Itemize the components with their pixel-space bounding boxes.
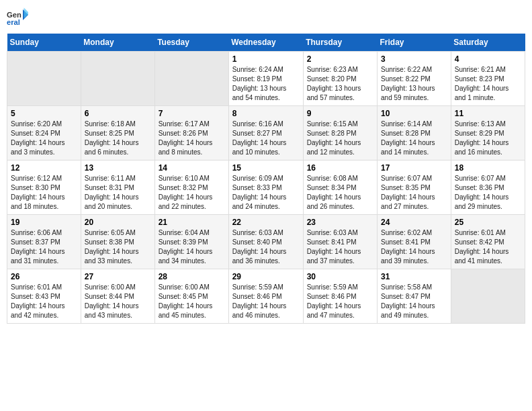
- calendar-cell: [154, 52, 228, 106]
- cell-content: Sunrise: 5:59 AMSunset: 8:46 PMDaylight:…: [307, 283, 373, 320]
- calendar-cell: 12Sunrise: 6:12 AMSunset: 8:30 PMDayligh…: [7, 161, 81, 215]
- day-number: 7: [159, 109, 225, 118]
- calendar-week-5: 26Sunrise: 6:01 AMSunset: 8:43 PMDayligh…: [7, 269, 525, 324]
- col-header-thursday: Thursday: [303, 34, 377, 52]
- day-number: 15: [232, 163, 300, 173]
- day-number: 6: [85, 109, 151, 118]
- calendar-week-3: 12Sunrise: 6:12 AMSunset: 8:30 PMDayligh…: [7, 161, 525, 215]
- calendar-cell: 3Sunrise: 6:22 AMSunset: 8:22 PMDaylight…: [378, 52, 451, 106]
- cell-content: Sunrise: 6:11 AMSunset: 8:31 PMDaylight:…: [85, 174, 151, 212]
- page-header: Gen eral: [7, 7, 525, 28]
- calendar-cell: 25Sunrise: 6:01 AMSunset: 8:42 PMDayligh…: [451, 215, 525, 269]
- day-number: 23: [307, 218, 373, 227]
- calendar-cell: 11Sunrise: 6:13 AMSunset: 8:29 PMDayligh…: [451, 106, 525, 161]
- cell-content: Sunrise: 6:15 AMSunset: 8:28 PMDaylight:…: [307, 120, 373, 157]
- logo: Gen eral: [7, 7, 31, 28]
- day-number: 30: [307, 272, 373, 281]
- col-header-sunday: Sunday: [7, 34, 81, 52]
- day-number: 8: [232, 109, 300, 118]
- cell-content: Sunrise: 6:08 AMSunset: 8:34 PMDaylight:…: [307, 174, 373, 212]
- col-header-wednesday: Wednesday: [228, 34, 303, 52]
- calendar-week-1: 1Sunrise: 6:24 AMSunset: 8:19 PMDaylight…: [7, 52, 525, 106]
- day-number: 27: [85, 272, 151, 281]
- cell-content: Sunrise: 6:20 AMSunset: 8:24 PMDaylight:…: [11, 120, 77, 157]
- cell-content: Sunrise: 6:14 AMSunset: 8:28 PMDaylight:…: [381, 120, 447, 157]
- calendar-cell: 28Sunrise: 6:00 AMSunset: 8:45 PMDayligh…: [154, 269, 228, 324]
- cell-content: Sunrise: 5:58 AMSunset: 8:47 PMDaylight:…: [381, 283, 447, 320]
- cell-content: Sunrise: 6:24 AMSunset: 8:19 PMDaylight:…: [232, 65, 300, 103]
- cell-content: Sunrise: 6:02 AMSunset: 8:41 PMDaylight:…: [381, 228, 447, 266]
- day-number: 11: [455, 109, 521, 118]
- day-number: 22: [232, 218, 300, 227]
- logo-icon: Gen eral: [7, 7, 28, 28]
- day-number: 2: [307, 54, 373, 64]
- cell-content: Sunrise: 6:03 AMSunset: 8:40 PMDaylight:…: [232, 228, 300, 266]
- cell-content: Sunrise: 6:01 AMSunset: 8:42 PMDaylight:…: [455, 228, 521, 266]
- day-number: 1: [232, 54, 300, 64]
- calendar-week-2: 5Sunrise: 6:20 AMSunset: 8:24 PMDaylight…: [7, 106, 525, 161]
- cell-content: Sunrise: 6:09 AMSunset: 8:33 PMDaylight:…: [232, 174, 300, 212]
- calendar-cell: [81, 52, 154, 106]
- day-number: 18: [455, 163, 521, 173]
- cell-content: Sunrise: 6:07 AMSunset: 8:36 PMDaylight:…: [455, 174, 521, 212]
- day-number: 5: [11, 109, 77, 118]
- cell-content: Sunrise: 6:23 AMSunset: 8:20 PMDaylight:…: [307, 65, 373, 103]
- cell-content: Sunrise: 6:01 AMSunset: 8:43 PMDaylight:…: [11, 283, 77, 320]
- day-number: 14: [159, 163, 225, 173]
- day-number: 9: [307, 109, 373, 118]
- cell-content: Sunrise: 6:18 AMSunset: 8:25 PMDaylight:…: [85, 120, 151, 157]
- col-header-tuesday: Tuesday: [154, 34, 228, 52]
- calendar-cell: 10Sunrise: 6:14 AMSunset: 8:28 PMDayligh…: [378, 106, 451, 161]
- cell-content: Sunrise: 6:04 AMSunset: 8:39 PMDaylight:…: [159, 228, 225, 266]
- day-number: 13: [85, 163, 151, 173]
- calendar-cell: 5Sunrise: 6:20 AMSunset: 8:24 PMDaylight…: [7, 106, 81, 161]
- day-number: 31: [381, 272, 447, 281]
- col-header-friday: Friday: [378, 34, 451, 52]
- calendar-cell: 27Sunrise: 6:00 AMSunset: 8:44 PMDayligh…: [81, 269, 154, 324]
- calendar-cell: 23Sunrise: 6:03 AMSunset: 8:41 PMDayligh…: [303, 215, 377, 269]
- cell-content: Sunrise: 6:00 AMSunset: 8:44 PMDaylight:…: [85, 283, 151, 320]
- calendar-cell: 29Sunrise: 5:59 AMSunset: 8:46 PMDayligh…: [228, 269, 303, 324]
- cell-content: Sunrise: 6:00 AMSunset: 8:45 PMDaylight:…: [159, 283, 225, 320]
- day-number: 17: [381, 163, 447, 173]
- calendar-cell: 1Sunrise: 6:24 AMSunset: 8:19 PMDaylight…: [228, 52, 303, 106]
- calendar-cell: 7Sunrise: 6:17 AMSunset: 8:26 PMDaylight…: [154, 106, 228, 161]
- cell-content: Sunrise: 6:10 AMSunset: 8:32 PMDaylight:…: [159, 174, 225, 212]
- day-number: 12: [11, 163, 77, 173]
- cell-content: Sunrise: 6:13 AMSunset: 8:29 PMDaylight:…: [455, 120, 521, 157]
- calendar-cell: 4Sunrise: 6:21 AMSunset: 8:23 PMDaylight…: [451, 52, 525, 106]
- calendar-cell: 24Sunrise: 6:02 AMSunset: 8:41 PMDayligh…: [378, 215, 451, 269]
- day-number: 19: [11, 218, 77, 227]
- cell-content: Sunrise: 6:16 AMSunset: 8:27 PMDaylight:…: [232, 120, 300, 157]
- svg-text:eral: eral: [7, 18, 20, 26]
- calendar-week-4: 19Sunrise: 6:06 AMSunset: 8:37 PMDayligh…: [7, 215, 525, 269]
- day-number: 28: [159, 272, 225, 281]
- day-number: 25: [455, 218, 521, 227]
- day-number: 16: [307, 163, 373, 173]
- cell-content: Sunrise: 5:59 AMSunset: 8:46 PMDaylight:…: [232, 283, 300, 320]
- calendar-cell: 8Sunrise: 6:16 AMSunset: 8:27 PMDaylight…: [228, 106, 303, 161]
- day-number: 10: [381, 109, 447, 118]
- col-header-monday: Monday: [81, 34, 154, 52]
- calendar-table: SundayMondayTuesdayWednesdayThursdayFrid…: [7, 34, 525, 324]
- calendar-cell: 13Sunrise: 6:11 AMSunset: 8:31 PMDayligh…: [81, 161, 154, 215]
- col-header-saturday: Saturday: [451, 34, 525, 52]
- cell-content: Sunrise: 6:06 AMSunset: 8:37 PMDaylight:…: [11, 228, 77, 266]
- cell-content: Sunrise: 6:22 AMSunset: 8:22 PMDaylight:…: [381, 65, 447, 103]
- cell-content: Sunrise: 6:12 AMSunset: 8:30 PMDaylight:…: [11, 174, 77, 212]
- calendar-cell: 2Sunrise: 6:23 AMSunset: 8:20 PMDaylight…: [303, 52, 377, 106]
- cell-content: Sunrise: 6:07 AMSunset: 8:35 PMDaylight:…: [381, 174, 447, 212]
- calendar-cell: 20Sunrise: 6:05 AMSunset: 8:38 PMDayligh…: [81, 215, 154, 269]
- calendar-cell: 18Sunrise: 6:07 AMSunset: 8:36 PMDayligh…: [451, 161, 525, 215]
- day-number: 21: [159, 218, 225, 227]
- day-number: 20: [85, 218, 151, 227]
- calendar-cell: 16Sunrise: 6:08 AMSunset: 8:34 PMDayligh…: [303, 161, 377, 215]
- cell-content: Sunrise: 6:05 AMSunset: 8:38 PMDaylight:…: [85, 228, 151, 266]
- calendar-cell: 15Sunrise: 6:09 AMSunset: 8:33 PMDayligh…: [228, 161, 303, 215]
- cell-content: Sunrise: 6:17 AMSunset: 8:26 PMDaylight:…: [159, 120, 225, 157]
- calendar-cell: 30Sunrise: 5:59 AMSunset: 8:46 PMDayligh…: [303, 269, 377, 324]
- svg-text:Gen: Gen: [7, 11, 21, 19]
- day-number: 29: [232, 272, 300, 281]
- calendar-cell: 22Sunrise: 6:03 AMSunset: 8:40 PMDayligh…: [228, 215, 303, 269]
- calendar-cell: 26Sunrise: 6:01 AMSunset: 8:43 PMDayligh…: [7, 269, 81, 324]
